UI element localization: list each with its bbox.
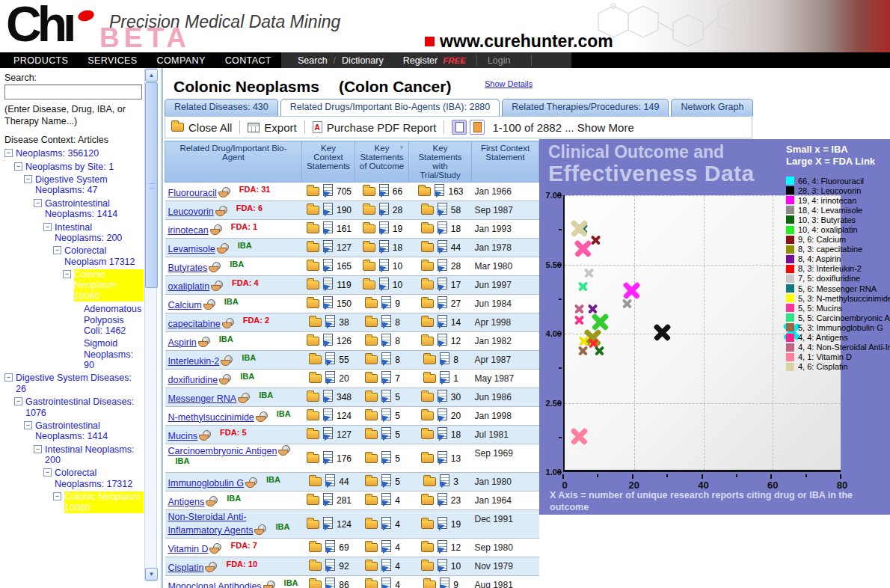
document-icon[interactable] [323, 408, 333, 420]
document-icon[interactable] [323, 493, 333, 505]
compound-icon[interactable] [218, 189, 230, 197]
tree-node-label[interactable]: Intestinal Neoplasms: 200 [55, 222, 144, 244]
column-header[interactable]: Key Statements with Trial/Study [409, 141, 472, 183]
tree-node-label[interactable]: Gastrointestinal Diseases: 1076 [25, 396, 144, 418]
tree-node-label[interactable]: Colonic Neoplasm 10080 [74, 269, 144, 301]
tab-network-graph[interactable]: Network Graph [671, 99, 753, 116]
document-icon[interactable] [438, 517, 447, 529]
tree-node[interactable]: −Intestinal Neoplasms: 200 [34, 444, 144, 466]
tree-expand-icon[interactable]: − [43, 468, 52, 477]
tree-node[interactable]: −Colonic Neoplasm 10080 [53, 491, 144, 513]
tree-expand-icon[interactable]: − [14, 397, 22, 405]
show-details-link[interactable]: Show Details [485, 79, 533, 88]
folder-icon[interactable] [309, 318, 322, 327]
document-icon[interactable] [381, 517, 391, 529]
document-icon[interactable] [325, 352, 335, 364]
drug-link[interactable]: Butyrates [168, 263, 208, 273]
drug-link[interactable]: Interleukin-2 [168, 356, 220, 367]
view-toggle-orange-page[interactable] [470, 120, 485, 135]
scroll-down-button[interactable]: ▼ [145, 568, 158, 581]
nav-dictionary[interactable]: Dictionary [342, 55, 384, 66]
folder-icon[interactable] [309, 355, 322, 364]
document-icon[interactable] [379, 221, 389, 233]
document-icon[interactable] [323, 184, 333, 196]
tree-node[interactable]: −Colorectal Neoplasm 17312 [53, 245, 144, 267]
document-icon[interactable] [323, 334, 333, 346]
tree-node-label[interactable]: Colorectal Neoplasms: 17312 [55, 468, 144, 489]
tree-node[interactable]: −Colonic Neoplasm 10080 [63, 269, 144, 301]
document-icon[interactable] [379, 259, 389, 271]
folder-icon[interactable] [421, 299, 434, 308]
tree-node-label[interactable]: Intestinal Neoplasms: 200 [45, 444, 144, 466]
folder-icon[interactable] [421, 318, 434, 327]
folder-icon[interactable] [423, 355, 436, 364]
document-icon[interactable] [325, 559, 335, 571]
compound-icon[interactable] [221, 357, 233, 366]
folder-icon[interactable] [307, 496, 319, 505]
curehunter-logo[interactable]: Chı [6, 0, 72, 52]
drug-link[interactable]: doxifluridine [168, 375, 218, 385]
drug-link[interactable]: Calcium [168, 300, 202, 310]
document-icon[interactable] [438, 240, 447, 252]
folder-icon[interactable] [421, 520, 434, 529]
tree-node[interactable]: −Intestinal Neoplasms: 200 [43, 222, 144, 244]
document-icon[interactable] [438, 559, 447, 571]
compound-icon[interactable] [210, 226, 222, 235]
document-icon[interactable] [440, 352, 449, 364]
folder-icon[interactable] [309, 374, 322, 383]
tree-expand-icon[interactable]: − [53, 492, 61, 500]
document-icon[interactable] [438, 278, 447, 290]
document-icon[interactable] [438, 493, 447, 505]
tree-node-label[interactable]: Neoplasms: 356120 [16, 148, 99, 159]
tree-node-label[interactable]: Sigmoid Neoplasms: 90 [84, 338, 144, 370]
document-icon[interactable] [435, 184, 444, 196]
nav-products[interactable]: PRODUCTS [13, 55, 68, 66]
document-icon[interactable] [438, 427, 447, 439]
folder-icon[interactable] [363, 224, 375, 233]
document-icon[interactable] [323, 427, 333, 439]
tree-node[interactable]: −Adenomatous Polyposis Coli: 1462 [73, 304, 144, 336]
compound-icon[interactable] [278, 447, 290, 456]
tree-node[interactable]: −Colorectal Neoplasms: 17312 [43, 468, 144, 489]
folder-icon[interactable] [421, 243, 434, 252]
folder-icon[interactable] [365, 374, 378, 383]
folder-icon[interactable] [363, 281, 375, 290]
compound-icon[interactable] [215, 207, 227, 216]
folder-icon[interactable] [307, 454, 319, 463]
folder-icon[interactable] [365, 520, 378, 529]
document-icon[interactable] [381, 315, 391, 327]
document-icon[interactable] [323, 203, 333, 215]
document-icon[interactable] [438, 540, 447, 552]
folder-icon[interactable] [365, 562, 378, 571]
document-icon[interactable] [323, 240, 333, 252]
export-button[interactable]: Export [248, 121, 296, 134]
result-range-show-more[interactable]: 1-100 of 2882 ... Show More [492, 121, 633, 134]
document-icon[interactable] [325, 578, 335, 588]
document-icon[interactable] [438, 203, 447, 215]
tree-node[interactable]: −Neoplasms by Site: 1 [14, 162, 144, 172]
document-icon[interactable] [381, 296, 391, 308]
drug-link[interactable]: irinotecan [168, 225, 209, 236]
drug-link[interactable]: Levamisole [168, 244, 215, 254]
document-icon[interactable] [325, 371, 335, 383]
document-icon[interactable] [438, 259, 447, 271]
compound-icon[interactable] [203, 301, 215, 310]
folder-icon[interactable] [307, 187, 319, 196]
drug-link[interactable]: Vitamin D [168, 544, 209, 554]
document-icon[interactable] [440, 371, 449, 383]
scroll-up-button[interactable]: ▲ [145, 69, 158, 82]
document-icon[interactable] [381, 474, 391, 486]
document-icon[interactable] [325, 474, 335, 486]
nav-services[interactable]: SERVICES [88, 55, 137, 66]
document-icon[interactable] [381, 371, 391, 383]
document-icon[interactable] [323, 451, 333, 463]
tree-expand-icon[interactable]: − [4, 373, 13, 382]
drug-link[interactable]: Leucovorin [168, 206, 214, 217]
compound-icon[interactable] [206, 497, 218, 506]
tree-node-label[interactable]: Digestive System Neoplasms: 47 [35, 174, 144, 196]
folder-icon[interactable] [307, 520, 319, 529]
folder-icon[interactable] [363, 262, 375, 271]
tree-expand-icon[interactable]: − [24, 421, 32, 429]
document-icon[interactable] [379, 203, 389, 215]
tree-expand-icon[interactable]: − [14, 162, 22, 171]
